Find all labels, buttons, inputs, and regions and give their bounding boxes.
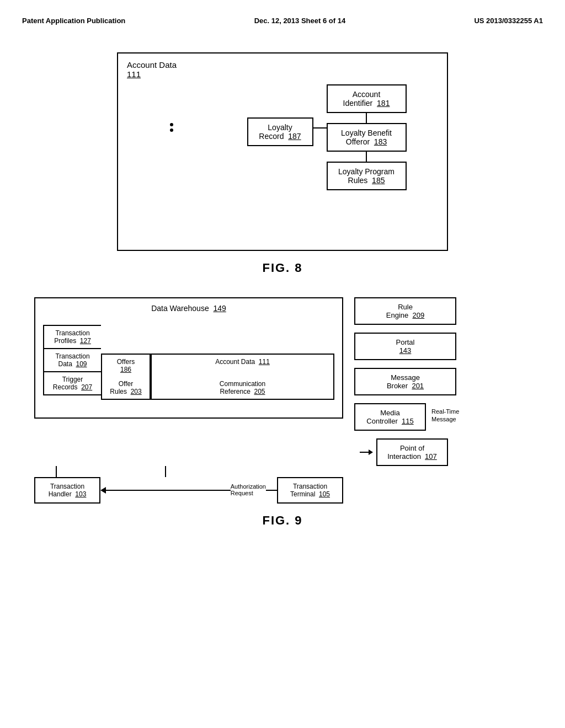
trigger-records-box: TriggerRecords 207	[43, 372, 101, 395]
transaction-terminal-box: TransactionTerminal 105	[277, 477, 343, 504]
data-warehouse-box: Data Warehouse 149 TransactionProfiles 1…	[34, 297, 343, 419]
transaction-profiles-box: TransactionProfiles 127	[43, 325, 101, 348]
transaction-data-box: TransactionData 109	[43, 348, 101, 372]
fig8-caption: FIG. 8	[262, 261, 302, 275]
fig8-outer-title: Account Data111	[127, 60, 177, 79]
fig9-section: Data Warehouse 149 TransactionProfiles 1…	[22, 297, 543, 528]
message-broker-box: MessageBroker 201	[354, 368, 456, 395]
offer-rules-box: OfferRules 203	[101, 377, 151, 400]
loyalty-record-box: LoyaltyRecord 187	[247, 117, 313, 146]
account-identifier-box: AccountIdentifier 181	[327, 84, 407, 113]
rule-engine-box: RuleEngine 209	[354, 297, 456, 325]
point-of-interaction-box: Point ofInteraction 107	[376, 438, 448, 466]
header-center: Dec. 12, 2013 Sheet 6 of 14	[254, 17, 345, 25]
fig9-diagram: Data Warehouse 149 TransactionProfiles 1…	[34, 297, 531, 504]
dw-title: Data Warehouse 149	[151, 304, 226, 313]
header-right: US 2013/0332255 A1	[474, 17, 543, 25]
right-column: RuleEngine 209 Portal143 MessageBroker 2…	[354, 297, 456, 466]
page-header: Patent Application Publication Dec. 12, …	[22, 11, 543, 36]
transaction-handler-box: TransactionHandler 103	[34, 477, 100, 504]
header-left: Patent Application Publication	[22, 17, 125, 25]
real-time-label: Real-TimeMessage	[431, 408, 459, 424]
fig8-dots	[170, 123, 173, 132]
page: Patent Application Publication Dec. 12, …	[0, 0, 565, 728]
fig8-diagram: Account Data111 LoyaltyRecord 187	[117, 52, 448, 251]
communication-reference-box: CommunicationReference 205	[151, 377, 334, 400]
portal-box: Portal143	[354, 333, 456, 360]
authorization-request-arrow	[100, 487, 231, 494]
account-data-dw-box: Account Data 111	[151, 354, 334, 377]
fig9-caption: FIG. 9	[262, 513, 302, 528]
fig8-section: Account Data111 LoyaltyRecord 187	[22, 52, 543, 275]
auth-request-label: AuthorizationRequest	[231, 483, 266, 496]
loyalty-benefit-offeror-box: Loyalty BenefitOfferor 183	[327, 123, 407, 152]
bottom-row: TransactionHandler 103 AuthorizationRequ…	[34, 477, 343, 504]
media-controller-box: MediaController 115	[354, 403, 426, 431]
loyalty-program-rules-box: Loyalty ProgramRules 185	[327, 162, 407, 190]
offers-box: Offers186	[101, 354, 151, 377]
